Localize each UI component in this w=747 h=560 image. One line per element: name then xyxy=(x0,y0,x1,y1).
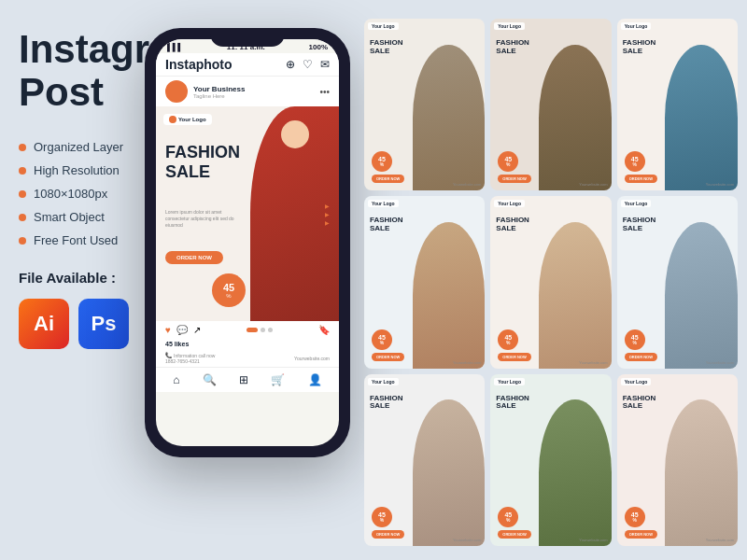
dot xyxy=(261,328,265,332)
nav-profile-icon[interactable]: 👤 xyxy=(308,373,322,386)
grid-item-6: Your Logo FASHIONSALE 45 % ORDER NOW You… xyxy=(617,196,738,368)
add-icon[interactable]: ⊕ xyxy=(286,58,295,71)
grid-logo-4: Your Logo xyxy=(368,200,399,207)
more-icon[interactable]: ••• xyxy=(319,87,330,97)
grid-logo-3: Your Logo xyxy=(621,22,652,30)
discount-badge: 45 % xyxy=(212,273,246,307)
message-icon[interactable]: ✉ xyxy=(320,58,330,71)
bullet-icon xyxy=(19,237,26,245)
person-3 xyxy=(665,45,738,191)
grid-fashion-9: FASHIONSALE xyxy=(623,395,656,412)
header-icons: ⊕ ♡ ✉ xyxy=(286,58,330,71)
website-url: Yourwebsite.com xyxy=(294,356,330,361)
website-8: Yourwebsite.com xyxy=(579,538,607,542)
person-1 xyxy=(413,45,486,191)
ai-icon: Ai xyxy=(19,299,69,349)
grid-fashion-7: FASHIONSALE xyxy=(370,395,403,412)
badge-9: 45 % xyxy=(625,507,645,527)
grid-panel: Your Logo FASHIONSALE 45 % ORDER NOW You… xyxy=(364,19,738,546)
comment-icon[interactable]: 💬 xyxy=(176,325,188,335)
nav-shop-icon[interactable]: 🛒 xyxy=(271,373,285,386)
phone-info-left: 📞 Information call now 1882-7650-4321 xyxy=(165,352,215,364)
website-5: Yourwebsite.com xyxy=(579,360,607,365)
app-name: Instaphoto xyxy=(165,57,233,72)
phone-app-header: Instaphoto ⊕ ♡ ✉ xyxy=(156,53,339,77)
phone-number: 1882-7650-4321 xyxy=(165,358,215,364)
website-7: Yourwebsite.com xyxy=(453,538,481,542)
grid-item-9: Your Logo FASHIONSALE 45 % ORDER NOW You… xyxy=(617,374,738,546)
grid-container: Your Logo FASHIONSALE 45 % ORDER NOW You… xyxy=(364,19,738,546)
grid-item-2: Your Logo FASHIONSALE 45 % ORDER NOW You… xyxy=(490,19,611,190)
nav-search-icon[interactable]: 🔍 xyxy=(203,373,217,386)
post-indicator xyxy=(247,328,273,332)
grid-fashion-4: FASHIONSALE xyxy=(370,217,403,233)
phone-outer: ▌▌▌ 11: 11 a.m. 100% Instaphoto ⊕ ♡ ✉ Yo… xyxy=(145,28,350,457)
phone-mockup: ▌▌▌ 11: 11 a.m. 100% Instaphoto ⊕ ♡ ✉ Yo… xyxy=(145,28,359,523)
profile-info: Your Business Tagline Here xyxy=(193,85,245,99)
order-5: ORDER NOW xyxy=(498,353,530,361)
website-9: Yourwebsite.com xyxy=(706,538,734,542)
badge-6: 45 % xyxy=(625,329,645,350)
profile-bar: Your Business Tagline Here ••• xyxy=(156,77,339,106)
grid-fashion-1: FASHIONSALE xyxy=(370,39,403,56)
person-7 xyxy=(413,399,486,546)
profile-left: Your Business Tagline Here xyxy=(165,80,245,103)
website-3: Yourwebsite.com xyxy=(706,182,734,187)
website-6: Yourwebsite.com xyxy=(706,360,734,365)
badge-3: 45 % xyxy=(625,151,645,172)
likes-count: 45 likes xyxy=(156,339,339,349)
phone-info-label: 📞 Information call now xyxy=(165,352,215,358)
order-8: ORDER NOW xyxy=(498,530,530,539)
grid-fashion-2: FASHIONSALE xyxy=(496,39,529,56)
badge-1: 45 % xyxy=(372,151,392,172)
phone-notch xyxy=(210,28,285,47)
heart-icon[interactable]: ♡ xyxy=(303,58,313,71)
fashion-sale-heading: FASHION SALE xyxy=(165,144,240,182)
grid-item-3: Your Logo FASHIONSALE 45 % ORDER NOW You… xyxy=(617,19,738,190)
person-5 xyxy=(539,222,612,369)
grid-fashion-3: FASHIONSALE xyxy=(623,39,656,56)
person-4 xyxy=(413,222,486,369)
order-3: ORDER NOW xyxy=(625,175,657,183)
phone-nav-bar: ⌂ 🔍 ⊞ 🛒 👤 xyxy=(156,367,339,392)
share-icon[interactable]: ↗ xyxy=(193,325,201,335)
badge-5: 45 % xyxy=(498,329,518,350)
grid-logo-8: Your Logo xyxy=(494,378,525,385)
grid-logo-5: Your Logo xyxy=(494,200,525,207)
grid-item-1: Your Logo FASHIONSALE 45 % ORDER NOW You… xyxy=(364,19,485,190)
dot xyxy=(268,328,273,332)
bullet-icon xyxy=(19,190,26,198)
person-6 xyxy=(665,222,738,369)
post-info-bar: 📞 Information call now 1882-7650-4321 Yo… xyxy=(156,349,339,367)
action-icons-left: ♥ 💬 ↗ xyxy=(165,325,201,335)
decorative-arrows: ▶ ▶ ▶ xyxy=(325,203,330,226)
save-icon[interactable]: 🔖 xyxy=(318,325,330,335)
nav-home-icon[interactable]: ⌂ xyxy=(173,373,179,386)
order-1: ORDER NOW xyxy=(372,175,404,183)
order-9: ORDER NOW xyxy=(625,530,657,539)
your-logo-badge: Your Logo xyxy=(163,114,212,125)
avatar xyxy=(165,80,188,103)
post-description: Lorem ipsum dolor sit amet consectetur a… xyxy=(165,209,240,229)
phone-website: Yourwebsite.com xyxy=(294,356,330,361)
grid-fashion-8: FASHIONSALE xyxy=(496,395,529,412)
person-face xyxy=(281,120,309,148)
grid-fashion-5: FASHIONSALE xyxy=(496,217,529,233)
badge-8: 45 % xyxy=(498,507,518,527)
order-6: ORDER NOW xyxy=(625,353,657,361)
order-7: ORDER NOW xyxy=(372,530,404,539)
like-icon[interactable]: ♥ xyxy=(165,325,171,335)
person-8 xyxy=(539,399,612,546)
bullet-icon xyxy=(19,214,26,221)
person-9 xyxy=(665,399,738,546)
order-4: ORDER NOW xyxy=(372,353,404,361)
grid-logo-9: Your Logo xyxy=(621,378,652,385)
order-now-button[interactable]: ORDER NOW xyxy=(165,251,223,264)
grid-item-4: Your Logo FASHIONSALE 45 % ORDER NOW You… xyxy=(364,196,485,368)
grid-item-5: Your Logo FASHIONSALE 45 % ORDER NOW You… xyxy=(490,196,611,368)
grid-item-8: Your Logo FASHIONSALE 45 % ORDER NOW You… xyxy=(490,374,611,546)
order-2: ORDER NOW xyxy=(498,175,530,183)
nav-add-icon[interactable]: ⊞ xyxy=(239,373,248,386)
website-1: Yourwebsite.com xyxy=(453,182,481,187)
website-2: Yourwebsite.com xyxy=(579,182,607,187)
